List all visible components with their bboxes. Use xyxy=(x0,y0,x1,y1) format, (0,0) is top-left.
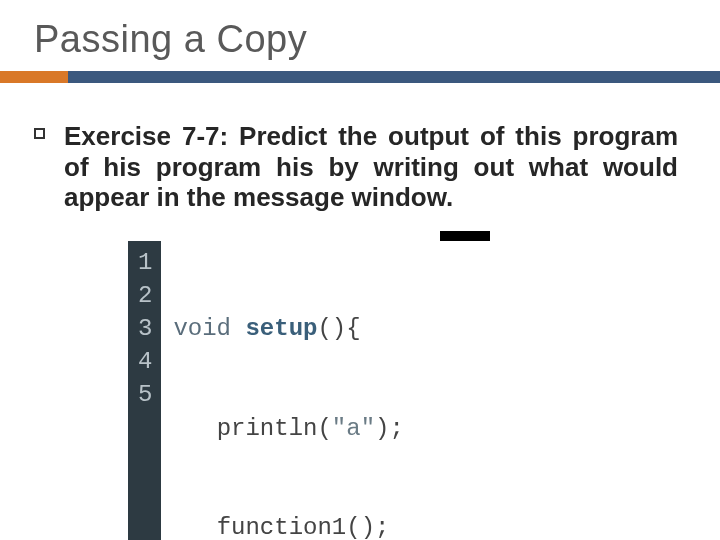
code-content: void setup(){ println("a"); function1();… xyxy=(161,241,417,540)
code-line: println("a"); xyxy=(173,412,403,445)
bullet-square-icon xyxy=(34,128,45,139)
line-number: 2 xyxy=(138,279,152,312)
code-block: 1 2 3 4 5 void setup(){ println("a"); fu… xyxy=(128,241,720,540)
accent-blue xyxy=(68,71,720,83)
accent-orange xyxy=(0,71,68,83)
punct: (){ xyxy=(317,315,360,342)
code-line: function1(); xyxy=(173,511,403,540)
punct: ); xyxy=(375,415,404,442)
body-paragraph: Exercise 7-7: Predict the output of this… xyxy=(0,83,720,213)
punct: (); xyxy=(346,514,389,540)
accent-bar xyxy=(0,71,720,83)
line-number-gutter: 1 2 3 4 5 xyxy=(128,241,161,540)
keyword: void xyxy=(173,315,231,342)
line-number: 3 xyxy=(138,312,152,345)
code-line: void setup(){ xyxy=(173,312,403,345)
body-text: Exercise 7-7: Predict the output of this… xyxy=(64,121,678,212)
line-number: 5 xyxy=(138,378,152,411)
punct: ( xyxy=(317,415,331,442)
function-call: println xyxy=(217,415,318,442)
slide-title: Passing a Copy xyxy=(0,0,720,71)
cursor-bar xyxy=(440,231,490,241)
string-literal: "a" xyxy=(332,415,375,442)
function-name: setup xyxy=(245,315,317,342)
line-number: 4 xyxy=(138,345,152,378)
function-call: function1 xyxy=(217,514,347,540)
line-number: 1 xyxy=(138,246,152,279)
